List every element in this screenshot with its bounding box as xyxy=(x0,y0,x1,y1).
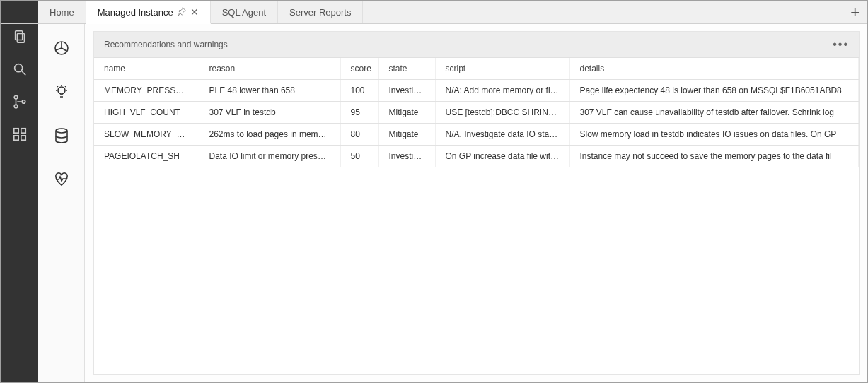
heartbeat-icon[interactable] xyxy=(50,168,73,191)
col-reason[interactable]: reason xyxy=(199,58,340,80)
extensions-icon[interactable] xyxy=(10,124,30,144)
cell-details: 307 VLF can cause unavailability of test… xyxy=(569,102,859,124)
cell-reason: 262ms to load pages in memory. xyxy=(199,124,340,146)
side-panel xyxy=(38,24,85,382)
cell-details: Page life expectency 48 is lower than 65… xyxy=(569,80,859,102)
panel-header: Recommendations and warnings ••• xyxy=(94,32,859,58)
cell-name: HIGH_VLF_COUNT xyxy=(94,102,199,124)
svg-rect-1 xyxy=(17,33,24,42)
files-icon[interactable] xyxy=(10,27,30,47)
cell-state: Mitigate xyxy=(378,102,435,124)
table-row[interactable]: HIGH_VLF_COUNT 307 VLF in testdb 95 Miti… xyxy=(94,102,859,124)
svg-rect-9 xyxy=(21,136,25,140)
table-row[interactable]: MEMORY_PRESSURE PLE 48 lower than 658 10… xyxy=(94,80,859,102)
col-script[interactable]: script xyxy=(435,58,569,80)
more-icon[interactable]: ••• xyxy=(833,38,849,51)
topbar-left-spacer xyxy=(1,1,38,23)
cell-reason: PLE 48 lower than 658 xyxy=(199,80,340,102)
cell-script: N/A. Investigate data IO statis… xyxy=(435,124,569,146)
cell-score: 100 xyxy=(340,80,378,102)
svg-rect-0 xyxy=(16,31,23,40)
app-frame: Home Managed Instance ✕ SQL Agent Server… xyxy=(0,0,868,383)
table-row[interactable]: PAGEIOLATCH_SH Data IO limit or memory p… xyxy=(94,146,859,167)
body: Recommendations and warnings ••• name re… xyxy=(1,24,867,382)
cell-name: SLOW_MEMORY_LOAD xyxy=(94,124,199,146)
source-control-icon[interactable] xyxy=(10,92,30,112)
cell-state: Investigate xyxy=(378,146,435,167)
col-score[interactable]: score xyxy=(340,58,378,80)
svg-point-12 xyxy=(58,87,65,94)
cell-state: Mitigate xyxy=(378,124,435,146)
svg-rect-10 xyxy=(21,129,25,133)
tab-label: Home xyxy=(50,7,74,18)
cell-script: USE [testdb];DBCC SHRINKFIL… xyxy=(435,102,569,124)
table-header-row: name reason score state script details xyxy=(94,58,859,80)
cell-details: Slow memory load in testdb indicates IO … xyxy=(569,124,859,146)
svg-point-4 xyxy=(14,95,18,99)
cell-details: Instance may not succeed to save the mem… xyxy=(569,146,859,167)
cell-name: PAGEIOLATCH_SH xyxy=(94,146,199,167)
tab-managed-instance[interactable]: Managed Instance ✕ xyxy=(86,1,211,24)
tabs-container: Home Managed Instance ✕ SQL Agent Server… xyxy=(38,1,363,23)
cell-score: 50 xyxy=(340,146,378,167)
svg-line-3 xyxy=(22,71,26,76)
svg-point-6 xyxy=(22,100,25,104)
tab-label: SQL Agent xyxy=(222,7,266,18)
svg-point-13 xyxy=(56,129,67,133)
cell-script: On GP increase data file with I… xyxy=(435,146,569,167)
col-state[interactable]: state xyxy=(378,58,435,80)
tab-home[interactable]: Home xyxy=(38,1,86,23)
table-body: MEMORY_PRESSURE PLE 48 lower than 658 10… xyxy=(94,80,859,167)
cell-reason: Data IO limit or memory pressure. xyxy=(199,146,340,167)
database-icon[interactable] xyxy=(50,124,73,147)
cell-reason: 307 VLF in testdb xyxy=(199,102,340,124)
col-details[interactable]: details xyxy=(569,58,859,80)
svg-point-5 xyxy=(14,105,18,108)
cell-state: Investigate xyxy=(378,80,435,102)
table-row[interactable]: SLOW_MEMORY_LOAD 262ms to load pages in … xyxy=(94,124,859,146)
tab-label: Managed Instance xyxy=(98,7,173,18)
cell-score: 80 xyxy=(340,124,378,146)
main-area: Recommendations and warnings ••• name re… xyxy=(85,24,867,382)
panel-title: Recommendations and warnings xyxy=(104,40,228,49)
cell-score: 95 xyxy=(340,102,378,124)
svg-rect-7 xyxy=(14,129,18,133)
recommendations-table: name reason score state script details M… xyxy=(94,58,859,167)
chart-icon[interactable] xyxy=(50,37,73,59)
pin-icon[interactable] xyxy=(178,7,186,18)
tab-label: Server Reports xyxy=(289,7,351,18)
table-wrap: name reason score state script details M… xyxy=(94,58,859,374)
cell-name: MEMORY_PRESSURE xyxy=(94,80,199,102)
tab-server-reports[interactable]: Server Reports xyxy=(278,1,363,23)
recommendations-panel: Recommendations and warnings ••• name re… xyxy=(93,31,860,375)
lightbulb-icon[interactable] xyxy=(50,81,73,103)
activity-bar xyxy=(1,24,38,382)
topbar: Home Managed Instance ✕ SQL Agent Server… xyxy=(1,1,867,24)
svg-rect-8 xyxy=(14,136,18,140)
cell-script: N/A: Add more memory or fin… xyxy=(435,80,569,102)
new-tab-button[interactable]: + xyxy=(850,1,860,24)
col-name[interactable]: name xyxy=(94,58,199,80)
close-icon[interactable]: ✕ xyxy=(190,6,199,18)
tab-sql-agent[interactable]: SQL Agent xyxy=(211,1,278,23)
svg-point-2 xyxy=(15,64,23,72)
search-icon[interactable] xyxy=(10,59,30,79)
